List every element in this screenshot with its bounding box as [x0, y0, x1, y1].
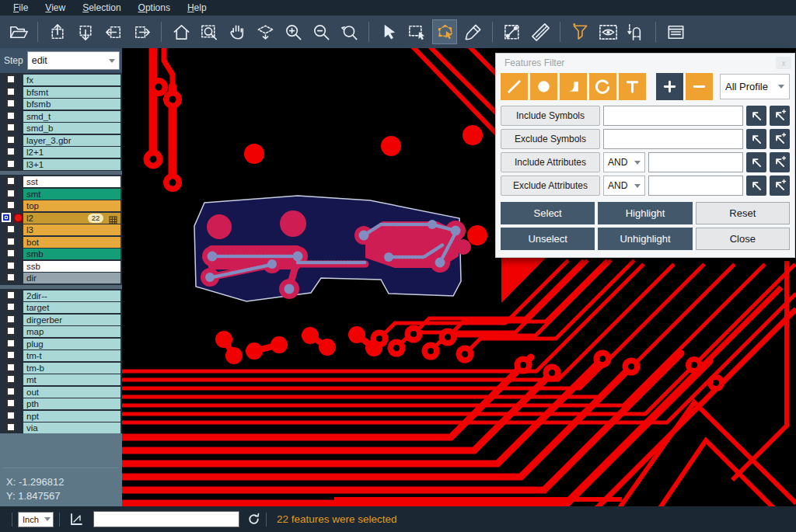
folder-open-button[interactable]: [5, 19, 30, 44]
exclude-attributes-button[interactable]: Exclude Attributes: [501, 176, 600, 196]
layer-checkbox[interactable]: [6, 87, 16, 96]
layer-row-npt[interactable]: npt: [0, 411, 122, 422]
snap-angle-icon[interactable]: [68, 512, 84, 527]
layer-checkbox[interactable]: [6, 273, 16, 282]
layer-row-2dir-[interactable]: 2dir--: [0, 290, 122, 301]
layer-row-via[interactable]: via: [0, 422, 122, 433]
zoom-window-button[interactable]: [197, 19, 222, 44]
layer-checkbox[interactable]: [6, 200, 16, 210]
step-select[interactable]: edit: [27, 51, 120, 70]
layer-row-pth[interactable]: pth: [0, 398, 122, 409]
exclude-symbols-button[interactable]: Exclude Symbols: [501, 129, 600, 149]
grid-icon[interactable]: [109, 214, 117, 222]
layer-checkbox[interactable]: [6, 363, 16, 372]
view-options-button[interactable]: [595, 19, 620, 44]
layer-checkbox[interactable]: [6, 374, 16, 384]
pick-arrow-button[interactable]: [746, 106, 766, 126]
exclude-attributes-input[interactable]: [648, 176, 743, 196]
refresh-icon[interactable]: [247, 513, 260, 526]
filter-remove-button[interactable]: [686, 73, 713, 100]
layer-checkbox[interactable]: [6, 99, 16, 108]
exclude-symbols-input[interactable]: [603, 129, 743, 149]
layer-row-layer-3-gbr[interactable]: layer_3.gbr: [0, 135, 122, 146]
menu-options[interactable]: Options: [130, 0, 179, 16]
layer-checkbox[interactable]: [6, 224, 16, 234]
filter-text-button[interactable]: [619, 73, 646, 100]
layer-row-bot[interactable]: bot: [0, 237, 122, 248]
pick-arrow-button[interactable]: [746, 152, 766, 172]
layer-checkbox[interactable]: [6, 315, 16, 324]
layer-row-fx[interactable]: fx: [0, 75, 122, 85]
menu-view[interactable]: View: [37, 0, 74, 16]
layers-panel-button[interactable]: [663, 19, 688, 44]
filter-arc-button[interactable]: [589, 73, 616, 100]
layer-checkbox[interactable]: [6, 249, 16, 258]
unselect-button[interactable]: Unselect: [501, 228, 595, 250]
zoom-in-button[interactable]: [281, 19, 305, 44]
layer-checkbox[interactable]: [6, 398, 16, 408]
pick-add-arrow-button[interactable]: [770, 129, 790, 149]
layer-row-sst[interactable]: sst: [0, 176, 122, 187]
layer-checkbox[interactable]: [6, 135, 16, 144]
filter-circle-button[interactable]: [530, 73, 557, 100]
layer-row-top[interactable]: top: [0, 200, 122, 211]
include-symbols-button[interactable]: Include Symbols: [501, 106, 600, 126]
pick-add-arrow-button[interactable]: [770, 176, 790, 196]
move-up-button[interactable]: [45, 19, 70, 44]
layer-row-target[interactable]: target: [0, 302, 122, 313]
layer-row-plug[interactable]: plug: [0, 339, 122, 349]
pick-add-arrow-button[interactable]: [770, 152, 790, 172]
layer-row-smd-b[interactable]: smd_b: [0, 123, 122, 134]
unit-select[interactable]: Inch: [18, 512, 54, 527]
layer-row-bfsmt[interactable]: bfsmt: [0, 87, 122, 98]
menu-help[interactable]: Help: [179, 0, 215, 16]
pick-arrow-button[interactable]: [746, 129, 766, 149]
clear-brush-button[interactable]: [460, 19, 485, 44]
layer-row-dirgerber[interactable]: dirgerber: [0, 315, 122, 325]
include-attributes-input[interactable]: [648, 152, 743, 172]
and-or-select[interactable]: AND: [603, 152, 645, 172]
snap-button[interactable]: [623, 19, 648, 44]
select-rect-button[interactable]: [404, 19, 429, 44]
layer-row-l3-1[interactable]: l3+1: [0, 159, 122, 170]
move-left-button[interactable]: [101, 19, 126, 44]
filter-button[interactable]: [567, 19, 592, 44]
layer-checkbox[interactable]: [6, 237, 16, 246]
select-button[interactable]: Select: [501, 202, 595, 224]
filter-add-button[interactable]: [656, 73, 683, 100]
layer-checkbox[interactable]: [6, 147, 16, 156]
pick-arrow-button[interactable]: [746, 176, 766, 196]
layer-row-tm-t[interactable]: tm-t: [0, 350, 122, 361]
layer-row-l3[interactable]: l3: [0, 224, 122, 235]
include-attributes-button[interactable]: Include Attributes: [501, 152, 600, 172]
transform-button[interactable]: [253, 19, 278, 44]
ruler-button[interactable]: [528, 19, 553, 44]
layer-row-dir[interactable]: dir: [0, 273, 122, 283]
layer-row-out[interactable]: out: [0, 387, 122, 398]
layer-row-smb[interactable]: smb: [0, 249, 122, 259]
layer-checkbox[interactable]: [6, 339, 16, 348]
dialog-close-button[interactable]: x: [776, 57, 791, 69]
layer-checkbox[interactable]: [6, 302, 16, 311]
layer-row-l2-1[interactable]: l2+1: [0, 147, 122, 158]
layer-checkbox[interactable]: [6, 387, 16, 396]
unhighlight-button[interactable]: Unhighlight: [598, 228, 692, 250]
measure-button[interactable]: [500, 19, 525, 44]
layer-checkbox[interactable]: [6, 176, 16, 186]
layer-checkbox[interactable]: [6, 350, 16, 360]
layer-checkbox[interactable]: [6, 411, 16, 420]
layer-checkbox[interactable]: [6, 159, 16, 169]
select-polygon-button[interactable]: [432, 19, 457, 44]
zoom-previous-button[interactable]: [337, 19, 361, 44]
filter-line-button[interactable]: [501, 73, 528, 100]
pan-hand-button[interactable]: [225, 19, 250, 44]
menu-file[interactable]: File: [5, 0, 37, 16]
layer-checkbox[interactable]: [6, 75, 16, 84]
command-input[interactable]: [93, 511, 239, 527]
close-button[interactable]: Close: [696, 228, 790, 250]
layer-row-map[interactable]: map: [0, 326, 122, 337]
layer-checkbox[interactable]: [6, 422, 16, 432]
layer-row-bfsmb[interactable]: bfsmb: [0, 99, 122, 110]
reset-button[interactable]: Reset: [696, 202, 790, 224]
move-down-button[interactable]: [73, 19, 98, 44]
